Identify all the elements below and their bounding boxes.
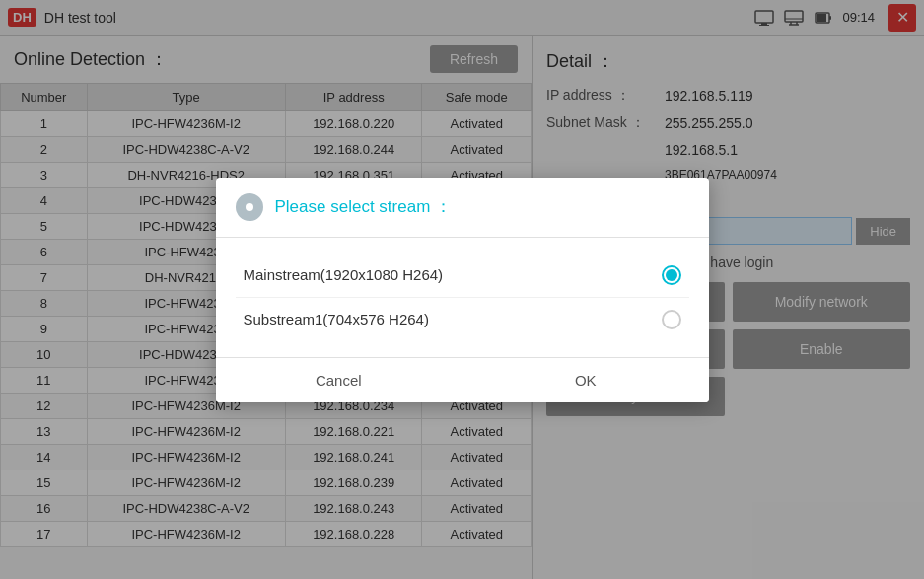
modal-footer: Cancel OK [216, 357, 709, 402]
mainstream-radio[interactable] [662, 265, 681, 285]
substream-label: Substream1(704x576 H264) [244, 311, 662, 327]
svg-point-12 [246, 203, 253, 211]
mainstream-option[interactable]: Mainstream(1920x1080 H264) [236, 253, 689, 298]
modal-header: Please select stream ： [216, 178, 709, 238]
modal-body: Mainstream(1920x1080 H264) Substream1(70… [216, 238, 709, 357]
mainstream-label: Mainstream(1920x1080 H264) [244, 266, 662, 283]
modal-icon [236, 193, 263, 221]
substream-option[interactable]: Substream1(704x576 H264) [236, 298, 689, 341]
modal-title: Please select stream ： [275, 195, 453, 218]
substream-radio[interactable] [662, 310, 681, 329]
stream-select-modal: Please select stream ： Mainstream(1920x1… [216, 178, 709, 402]
modal-overlay: Please select stream ： Mainstream(1920x1… [0, 0, 924, 579]
ok-button[interactable]: OK [462, 358, 709, 402]
cancel-button[interactable]: Cancel [216, 358, 462, 402]
